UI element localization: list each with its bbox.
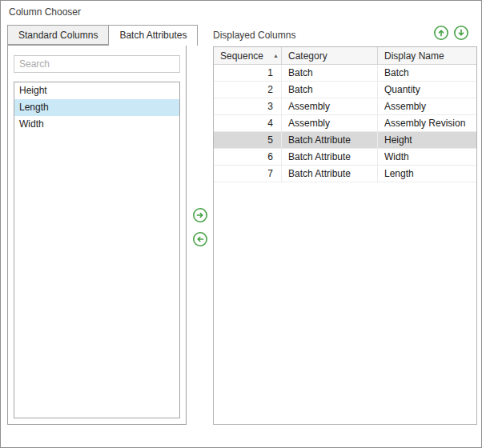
cell-sequence: 7 bbox=[214, 166, 282, 182]
cell-category: Assembly bbox=[282, 115, 378, 131]
cell-sequence: 6 bbox=[214, 149, 282, 165]
column-header-display-name[interactable]: Display Name bbox=[378, 47, 476, 64]
tab-standard-columns[interactable]: Standard Columns bbox=[7, 25, 109, 45]
cell-sequence: 3 bbox=[214, 98, 282, 114]
tab-batch-attributes[interactable]: Batch Attributes bbox=[108, 25, 198, 46]
table-row[interactable]: 2 Batch Quantity bbox=[214, 82, 476, 98]
list-item-length[interactable]: Length bbox=[14, 99, 179, 116]
cell-display-name: Assembly Revision bbox=[378, 115, 476, 131]
remove-column-button[interactable] bbox=[192, 231, 208, 247]
cell-category: Batch bbox=[282, 82, 378, 98]
move-down-button[interactable] bbox=[453, 25, 469, 41]
list-item-height[interactable]: Height bbox=[14, 82, 179, 99]
tab-bar: Standard Columns Batch Attributes bbox=[7, 25, 197, 46]
displayed-columns-table: Sequence ▲ Category Display Name 1 Batch… bbox=[213, 46, 477, 425]
circle-down-arrow-icon bbox=[453, 25, 469, 41]
search-input[interactable] bbox=[14, 55, 180, 73]
column-header-sequence[interactable]: Sequence ▲ bbox=[214, 47, 282, 64]
cell-category: Batch Attribute bbox=[282, 166, 378, 182]
column-chooser-window: Column Chooser Standard Columns Batch At… bbox=[0, 0, 482, 448]
table-row[interactable]: 7 Batch Attribute Length bbox=[214, 166, 476, 182]
cell-category: Batch Attribute bbox=[282, 149, 378, 165]
cell-sequence: 4 bbox=[214, 115, 282, 131]
cell-display-name: Width bbox=[378, 149, 476, 165]
displayed-columns-title: Displayed Columns bbox=[213, 30, 295, 41]
table-row[interactable]: 3 Assembly Assembly bbox=[214, 98, 476, 115]
attribute-list[interactable]: Height Length Width bbox=[14, 82, 180, 418]
cell-display-name: Assembly bbox=[378, 98, 476, 114]
cell-sequence: 5 bbox=[214, 132, 282, 148]
window-title: Column Chooser bbox=[9, 6, 81, 18]
circle-right-arrow-icon bbox=[192, 207, 208, 223]
cell-display-name: Length bbox=[378, 166, 476, 182]
sort-ascending-icon: ▲ bbox=[273, 53, 279, 58]
cell-category: Assembly bbox=[282, 98, 378, 114]
cell-display-name: Batch bbox=[378, 65, 476, 81]
cell-category: Batch Attribute bbox=[282, 132, 378, 148]
table-row[interactable]: 1 Batch Batch bbox=[214, 65, 476, 82]
cell-sequence: 1 bbox=[214, 65, 282, 81]
table-row[interactable]: 6 Batch Attribute Width bbox=[214, 149, 476, 166]
cell-category: Batch bbox=[282, 65, 378, 81]
add-column-button[interactable] bbox=[192, 207, 208, 223]
column-header-label: Sequence bbox=[220, 50, 263, 62]
circle-left-arrow-icon bbox=[192, 231, 208, 247]
cell-sequence: 2 bbox=[214, 82, 282, 98]
table-row[interactable]: 4 Assembly Assembly Revision bbox=[214, 115, 476, 132]
column-header-category[interactable]: Category bbox=[282, 47, 378, 64]
cell-display-name: Height bbox=[378, 132, 476, 148]
cell-display-name: Quantity bbox=[378, 82, 476, 98]
batch-attributes-panel: Height Length Width bbox=[7, 45, 187, 425]
table-header: Sequence ▲ Category Display Name bbox=[214, 47, 476, 65]
list-item-width[interactable]: Width bbox=[14, 116, 179, 133]
table-row-selected[interactable]: 5 Batch Attribute Height bbox=[214, 132, 476, 149]
circle-up-arrow-icon bbox=[433, 25, 449, 41]
move-up-button[interactable] bbox=[433, 25, 449, 41]
